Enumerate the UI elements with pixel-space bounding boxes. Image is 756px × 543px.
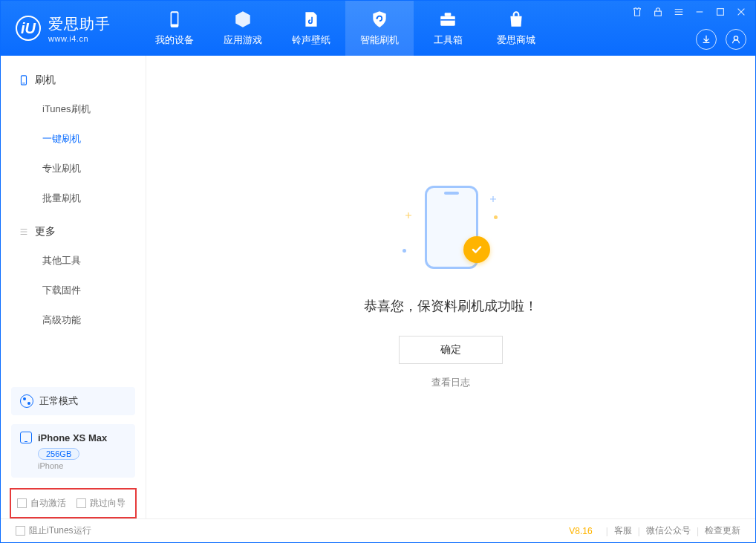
- svg-rect-9: [22, 83, 25, 84]
- app-name: 爱思助手: [48, 14, 111, 34]
- app-domain: www.i4.cn: [48, 34, 111, 43]
- body: 刷机 iTunes刷机 一键刷机 专业刷机 批量刷机 更多 其他工具 下载固件 …: [1, 56, 755, 518]
- minimize-button[interactable]: [693, 5, 706, 19]
- dot-decoration: [403, 249, 406, 253]
- nav-apps-games[interactable]: 应用游戏: [209, 1, 277, 56]
- list-icon: [19, 227, 29, 237]
- lock-icon[interactable]: [651, 5, 665, 19]
- statusbar: 阻止iTunes运行 V8.16 | 客服 | 微信公众号 | 检查更新: [1, 518, 755, 542]
- svg-rect-5: [655, 11, 662, 16]
- options-highlight-box: 自动激活 跳过向导: [10, 488, 137, 518]
- svg-point-7: [734, 36, 737, 40]
- logo[interactable]: iU 爱思助手 www.i4.cn: [1, 14, 126, 43]
- version-label: V8.16: [569, 526, 592, 536]
- nav-smart-flash[interactable]: 智能刷机: [345, 1, 414, 56]
- logo-icon: iU: [16, 16, 41, 41]
- nav-store[interactable]: 爱思商城: [482, 1, 550, 56]
- ok-button[interactable]: 确定: [399, 336, 503, 364]
- mode-icon: [20, 394, 33, 408]
- dot-decoration: [494, 215, 498, 219]
- sidebar-item-batch-flash[interactable]: 批量刷机: [1, 183, 146, 213]
- mode-label: 正常模式: [39, 394, 78, 408]
- nav-toolbox[interactable]: 工具箱: [414, 1, 482, 56]
- window-controls: [630, 5, 748, 19]
- app-window: iU 爱思助手 www.i4.cn 我的设备 应用游戏 铃声壁纸 智能刷机: [0, 0, 756, 543]
- sidebar-item-oneclick-flash[interactable]: 一键刷机: [1, 124, 146, 154]
- success-message: 恭喜您，保资料刷机成功啦！: [364, 297, 538, 315]
- download-button[interactable]: [696, 29, 717, 50]
- status-link-update[interactable]: 检查更新: [705, 524, 740, 537]
- device-icon: [20, 432, 32, 443]
- sidebar-item-other-tools[interactable]: 其他工具: [1, 246, 146, 276]
- close-button[interactable]: [734, 5, 748, 19]
- view-log-link[interactable]: 查看日志: [431, 376, 470, 389]
- menu-icon[interactable]: [672, 5, 685, 19]
- sparkle-icon: [405, 208, 411, 214]
- nav-my-device[interactable]: 我的设备: [140, 1, 209, 56]
- checkbox-skip-guide[interactable]: 跳过向导: [76, 497, 126, 510]
- maximize-button[interactable]: [714, 5, 727, 19]
- top-nav: 我的设备 应用游戏 铃声壁纸 智能刷机 工具箱 爱思商城: [140, 1, 550, 56]
- check-badge-icon: [463, 236, 490, 263]
- device-type: iPhone: [38, 461, 126, 470]
- sidebar: 刷机 iTunes刷机 一键刷机 专业刷机 批量刷机 更多 其他工具 下载固件 …: [1, 56, 146, 518]
- music-file-icon: [302, 10, 321, 29]
- sparkle-icon: [490, 192, 496, 198]
- status-right: V8.16 | 客服 | 微信公众号 | 检查更新: [569, 524, 740, 537]
- mode-card[interactable]: 正常模式: [11, 387, 135, 415]
- device-name: iPhone XS Max: [38, 432, 107, 443]
- main-content: 恭喜您，保资料刷机成功啦！ 确定 查看日志: [146, 56, 755, 518]
- header-action-buttons: [696, 29, 746, 50]
- device-card[interactable]: iPhone XS Max 256GB iPhone: [11, 424, 135, 478]
- status-link-support[interactable]: 客服: [614, 524, 632, 537]
- sidebar-section-flash: 刷机 iTunes刷机 一键刷机 专业刷机 批量刷机: [1, 66, 146, 213]
- cube-icon: [233, 10, 252, 29]
- svg-rect-3: [445, 13, 452, 16]
- shield-refresh-icon: [370, 10, 389, 29]
- device-icon: [165, 10, 184, 29]
- sidebar-item-download-firmware[interactable]: 下载固件: [1, 276, 146, 305]
- nav-ringtone-wallpaper[interactable]: 铃声壁纸: [277, 1, 345, 56]
- svg-rect-1: [172, 13, 177, 24]
- status-link-wechat[interactable]: 微信公众号: [646, 524, 691, 537]
- sidebar-head-more[interactable]: 更多: [1, 218, 146, 246]
- success-illustration: [403, 186, 499, 275]
- toolbox-icon: [438, 10, 457, 29]
- titlebar: iU 爱思助手 www.i4.cn 我的设备 应用游戏 铃声壁纸 智能刷机: [1, 1, 755, 56]
- svg-rect-6: [717, 9, 724, 16]
- sidebar-head-flash[interactable]: 刷机: [1, 66, 146, 94]
- svg-rect-4: [440, 19, 455, 21]
- device-storage-badge: 256GB: [38, 448, 79, 460]
- bag-icon: [506, 10, 526, 29]
- shirt-icon[interactable]: [630, 5, 644, 19]
- user-button[interactable]: [726, 29, 746, 50]
- sidebar-item-advanced[interactable]: 高级功能: [1, 305, 146, 335]
- sidebar-item-itunes-flash[interactable]: iTunes刷机: [1, 94, 146, 124]
- checkbox-auto-activate[interactable]: 自动激活: [17, 497, 66, 510]
- sidebar-item-pro-flash[interactable]: 专业刷机: [1, 154, 146, 183]
- phone-outline-icon: [19, 75, 29, 85]
- svg-rect-2: [440, 16, 455, 26]
- checkbox-block-itunes[interactable]: 阻止iTunes运行: [16, 524, 91, 537]
- sidebar-section-more: 更多 其他工具 下载固件 高级功能: [1, 218, 146, 335]
